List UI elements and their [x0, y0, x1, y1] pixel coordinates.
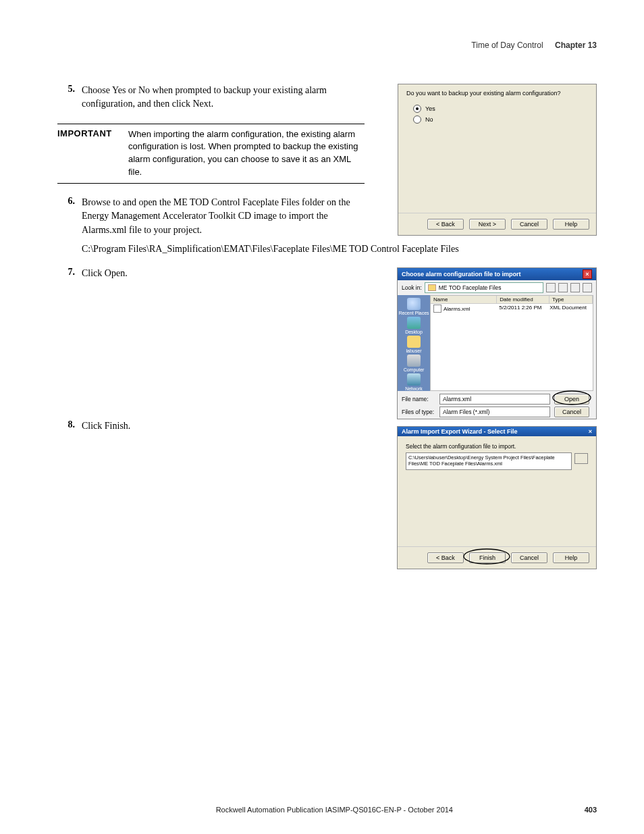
up-folder-icon[interactable]: [558, 283, 568, 292]
step-6: 6. Browse to and open the ME TOD Control…: [57, 196, 368, 237]
place-user[interactable]: labuser: [406, 336, 422, 353]
page-number: 403: [585, 806, 597, 814]
column-headers: Name Date modified Type: [431, 296, 593, 304]
recent-icon: [407, 298, 421, 310]
prompt-question: Do you want to backup your existing alar…: [406, 90, 588, 97]
close-icon[interactable]: ×: [589, 428, 592, 435]
step-5: 5. Choose Yes or No when prompted to bac…: [57, 84, 368, 111]
back-nav-icon[interactable]: [546, 283, 556, 292]
help-button[interactable]: Help: [553, 552, 589, 563]
place-computer[interactable]: Computer: [404, 355, 425, 372]
filename-label: File name:: [402, 396, 435, 402]
titlebar: Alarm Import Export Wizard - Select File…: [398, 427, 596, 436]
place-desktop[interactable]: Desktop: [405, 317, 423, 334]
close-icon[interactable]: ×: [583, 269, 592, 279]
important-callout: IMPORTANT When importing the alarm confi…: [57, 124, 365, 184]
screenshot-file-chooser: Choose alarm configuration file to impor…: [397, 267, 597, 419]
places-bar: Recent Places Desktop labuser Computer N…: [398, 295, 430, 391]
chapter-name: Time of Day Control: [471, 41, 543, 50]
step-text: Choose Yes or No when prompted to backup…: [82, 84, 368, 111]
network-icon: [407, 373, 421, 386]
filename-field[interactable]: Alarms.xml: [439, 394, 550, 405]
computer-icon: [407, 355, 421, 367]
instruction-label: Select the alarm configuration file to i…: [406, 443, 588, 450]
dialog-title: Choose alarm configuration file to impor…: [402, 271, 521, 278]
chapter-number: Chapter 13: [555, 41, 597, 50]
file-date: 5/2/2011 2:26 PM: [499, 305, 549, 313]
look-in-combo[interactable]: ME TOD Faceplate Files: [425, 282, 543, 293]
step-text: Browse to and open the ME TOD Control Fa…: [82, 196, 368, 237]
important-label: IMPORTANT: [57, 128, 128, 179]
radio-label: No: [425, 116, 433, 123]
file-row[interactable]: Alarms.xml 5/2/2011 2:26 PM XML Document: [431, 304, 593, 313]
new-folder-icon[interactable]: [570, 283, 580, 292]
button-bar: < Back Next > Cancel Help: [398, 213, 596, 235]
view-menu-icon[interactable]: [583, 283, 592, 292]
col-name[interactable]: Name: [431, 296, 497, 303]
dialog-title: Alarm Import Export Wizard - Select File: [402, 428, 517, 435]
help-button[interactable]: Help: [553, 219, 589, 230]
page-footer: Rockwell Automation Publication IASIMP-Q…: [0, 806, 644, 814]
step-number: 6.: [57, 196, 82, 207]
finish-button[interactable]: Finish: [469, 552, 506, 563]
cancel-button[interactable]: Cancel: [511, 219, 547, 230]
user-folder-icon: [407, 336, 421, 348]
back-button[interactable]: < Back: [427, 552, 464, 563]
filetype-label: Files of type:: [402, 409, 435, 415]
open-button[interactable]: Open: [554, 394, 589, 405]
cancel-button[interactable]: Cancel: [554, 407, 589, 417]
col-date[interactable]: Date modified: [497, 296, 549, 303]
radio-no[interactable]: No: [413, 115, 588, 124]
publication-info: Rockwell Automation Publication IASIMP-Q…: [216, 806, 453, 814]
important-text: When importing the alarm configuration, …: [128, 128, 365, 179]
file-path: C:\Program Files\RA_Simplification\EMAT\…: [82, 244, 597, 255]
step-text: Click Open.: [82, 267, 368, 280]
browse-button[interactable]: [574, 453, 588, 464]
back-button[interactable]: < Back: [427, 219, 464, 230]
path-field[interactable]: C:\Users\labuser\Desktop\Energy System P…: [406, 452, 572, 470]
col-type[interactable]: Type: [549, 296, 593, 303]
file-list[interactable]: Name Date modified Type Alarms.xml 5/2/2…: [430, 295, 593, 391]
step-number: 8.: [57, 419, 82, 430]
step-7: 7. Click Open.: [57, 267, 368, 280]
step-number: 5.: [57, 84, 82, 95]
folder-icon: [428, 284, 436, 291]
cancel-button[interactable]: Cancel: [511, 552, 547, 563]
look-in-value: ME TOD Faceplate Files: [439, 284, 502, 291]
screenshot-backup-prompt: Do you want to backup your existing alar…: [398, 84, 597, 236]
step-number: 7.: [57, 267, 82, 278]
place-network[interactable]: Network: [405, 373, 423, 391]
button-bar: < Back Finish Cancel Help: [398, 546, 596, 569]
radio-icon: [413, 105, 421, 113]
desktop-icon: [407, 317, 421, 329]
next-button[interactable]: Next >: [469, 219, 506, 230]
look-in-label: Look in:: [402, 284, 422, 291]
file-type: XML Document: [549, 305, 590, 313]
filetype-field[interactable]: Alarm Files (*.xml): [439, 407, 550, 417]
titlebar: Choose alarm configuration file to impor…: [398, 268, 596, 280]
step-text: Click Finish.: [82, 419, 368, 433]
step-8: 8. Click Finish.: [57, 419, 368, 433]
file-name: Alarms.xml: [444, 306, 471, 312]
screenshot-wizard-select-file: Alarm Import Export Wizard - Select File…: [397, 426, 597, 569]
place-recent[interactable]: Recent Places: [398, 298, 429, 315]
page-header: Time of Day Control Chapter 13: [57, 41, 597, 50]
radio-icon: [413, 115, 421, 124]
radio-label: Yes: [425, 105, 435, 112]
xml-file-icon: [433, 305, 441, 313]
radio-yes[interactable]: Yes: [413, 105, 588, 113]
